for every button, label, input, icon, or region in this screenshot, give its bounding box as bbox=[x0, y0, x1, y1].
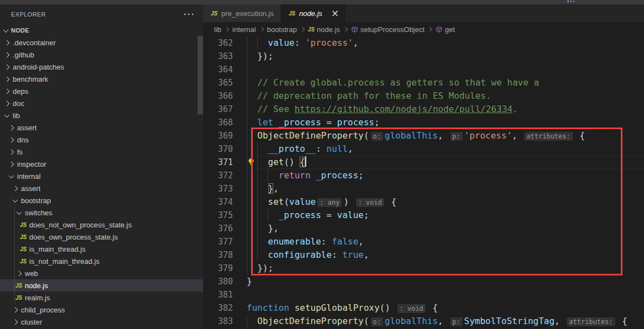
breadcrumb-item-setupProcessObject[interactable]: setupProcessObject bbox=[351, 25, 424, 34]
tree-item-inspector[interactable]: inspector bbox=[0, 158, 203, 170]
code-line[interactable]: let _process = process; bbox=[247, 116, 380, 129]
code-line[interactable]: }, bbox=[247, 182, 279, 195]
code-line[interactable]: }); bbox=[247, 50, 273, 63]
breadcrumb-item-lib[interactable]: lib bbox=[214, 25, 221, 34]
line-number[interactable]: 380 bbox=[203, 275, 233, 288]
tree-item-android-patches[interactable]: android-patches bbox=[0, 61, 203, 73]
file-icon-slot: JS bbox=[19, 222, 29, 228]
breadcrumb-item-internal[interactable]: internal bbox=[232, 25, 256, 34]
inlay-hint: attributes: bbox=[524, 132, 572, 141]
tree-item-benchmark[interactable]: benchmark bbox=[0, 73, 203, 85]
close-icon[interactable]: × bbox=[331, 9, 339, 18]
js-file-icon: JS bbox=[308, 26, 315, 33]
code-line[interactable]: // deprecation path for these in ES Modu… bbox=[247, 89, 491, 103]
code-token: }); bbox=[247, 51, 273, 61]
code-line[interactable]: // Create global.process as getters so t… bbox=[247, 76, 539, 89]
code-line[interactable]: value: 'process', bbox=[247, 36, 358, 50]
code-line[interactable]: // See https://github.com/nodejs/node/pu… bbox=[247, 103, 518, 116]
line-number[interactable]: 370 bbox=[203, 142, 233, 156]
code-line[interactable]: }); bbox=[247, 262, 273, 275]
line-number[interactable]: 367 bbox=[203, 103, 233, 116]
code-line[interactable]: enumerable: false, bbox=[247, 235, 364, 248]
code-line[interactable]: get() { bbox=[247, 156, 306, 169]
line-number[interactable]: 373 bbox=[203, 182, 233, 195]
folder-icon-slot bbox=[11, 308, 21, 312]
code-line[interactable]: ObjectDefineProperty(o:globalThis, p:'pr… bbox=[247, 129, 585, 142]
tree-item-does-not-own-process-state-js[interactable]: JSdoes_not_own_process_state.js bbox=[0, 219, 203, 231]
line-number[interactable]: 379 bbox=[203, 262, 233, 275]
chevron-down-icon bbox=[13, 197, 18, 203]
tree-item-deps[interactable]: deps bbox=[0, 85, 203, 97]
sidebar-scrollbar[interactable] bbox=[198, 36, 203, 114]
more-actions-button[interactable]: ··· bbox=[184, 12, 195, 17]
code-token: { bbox=[617, 316, 627, 326]
tree-item-realm-js[interactable]: JSrealm.js bbox=[0, 291, 203, 304]
line-number[interactable]: 369 bbox=[203, 129, 233, 142]
line-number[interactable]: 365 bbox=[203, 76, 233, 89]
line-number[interactable]: 383 bbox=[203, 315, 233, 328]
tree-item-assert[interactable]: assert bbox=[0, 121, 203, 134]
breadcrumb-item-get[interactable]: get bbox=[435, 25, 455, 34]
tab-node[interactable]: JSnode.js× bbox=[281, 4, 346, 22]
tree-item-is-main-thread-js[interactable]: JSis_main_thread.js bbox=[0, 243, 203, 255]
tree-item-web[interactable]: web bbox=[0, 267, 203, 279]
folder-icon-slot bbox=[11, 320, 21, 324]
code-line[interactable]: _process = value; bbox=[247, 209, 369, 222]
tree-item-label: dns bbox=[17, 136, 29, 144]
code-line[interactable]: configurable: true, bbox=[247, 248, 369, 262]
line-number[interactable]: 371 bbox=[203, 156, 233, 169]
line-number[interactable]: 375 bbox=[203, 209, 233, 222]
line-number[interactable]: 377 bbox=[203, 235, 233, 248]
tree-item-label: does_not_own_process_state.js bbox=[29, 221, 132, 229]
line-number[interactable]: 378 bbox=[203, 248, 233, 262]
tree-item-doc[interactable]: doc bbox=[0, 97, 203, 109]
chevron-right-icon bbox=[17, 270, 22, 276]
code-token: , bbox=[348, 144, 353, 154]
line-number[interactable]: 381 bbox=[203, 288, 233, 301]
section-header-node[interactable]: NODE bbox=[0, 24, 203, 36]
tree-item-does-own-process-state-js[interactable]: JSdoes_own_process_state.js bbox=[0, 231, 203, 243]
tree-item-dns[interactable]: dns bbox=[0, 134, 203, 146]
tree-item-assert[interactable]: assert bbox=[0, 182, 203, 194]
code-action-lightbulb-icon[interactable] bbox=[247, 158, 255, 166]
code-editor[interactable]: 3623633643653663673683693703713723733743… bbox=[203, 36, 644, 329]
tree-item-fs[interactable]: fs bbox=[0, 146, 203, 158]
tree-item-label: is_main_thread.js bbox=[29, 245, 86, 253]
file-icon-slot: JS bbox=[19, 234, 29, 240]
tree-item-lib[interactable]: lib bbox=[0, 109, 203, 121]
code-line[interactable]: function setupGlobalProxy() : void { bbox=[247, 301, 438, 315]
line-number[interactable]: 368 bbox=[203, 116, 233, 129]
tree-item-switches[interactable]: switches bbox=[0, 206, 203, 219]
tree-item-internal[interactable]: internal bbox=[0, 170, 203, 182]
line-number[interactable]: 364 bbox=[203, 63, 233, 76]
line-number[interactable]: 362 bbox=[203, 36, 233, 50]
tree-item-node-js[interactable]: JSnode.js bbox=[0, 279, 203, 291]
code-line[interactable]: ObjectDefineProperty(o:globalThis, p:Sym… bbox=[247, 315, 627, 328]
tree-item--github[interactable]: .github bbox=[0, 49, 203, 61]
code-token: null bbox=[327, 144, 348, 154]
chevron-right-icon bbox=[13, 307, 18, 312]
breadcrumb-item-bootstrap[interactable]: bootstrap bbox=[267, 25, 297, 34]
code-line[interactable]: set(value: any) : void { bbox=[247, 195, 396, 209]
code-line[interactable]: __proto__: null, bbox=[247, 142, 353, 156]
tree-item-cluster[interactable]: cluster bbox=[0, 316, 203, 328]
line-number[interactable]: 374 bbox=[203, 195, 233, 209]
tree-item-is-not-main-thread-js[interactable]: JSis_not_main_thread.js bbox=[0, 255, 203, 267]
code-line[interactable]: } bbox=[247, 275, 252, 288]
line-number[interactable]: 376 bbox=[203, 222, 233, 235]
folder-icon-slot bbox=[3, 89, 13, 93]
code-token: ) bbox=[343, 197, 354, 207]
tree-item-bootstrap[interactable]: bootstrap bbox=[0, 194, 203, 206]
breadcrumb-item-node-js[interactable]: JSnode.js bbox=[308, 25, 340, 34]
file-icon-slot: JS bbox=[15, 295, 25, 301]
tree-item-child-process[interactable]: child_process bbox=[0, 304, 203, 316]
tab-pre-execution[interactable]: JSpre_execution.js bbox=[203, 4, 281, 22]
line-number[interactable]: 382 bbox=[203, 301, 233, 315]
line-number[interactable]: 366 bbox=[203, 89, 233, 103]
tree-item--devcontainer[interactable]: .devcontainer bbox=[0, 36, 203, 49]
code-line[interactable]: return _process; bbox=[247, 169, 364, 182]
code-line[interactable]: }, bbox=[247, 222, 279, 235]
code-token: . bbox=[513, 104, 518, 114]
line-number[interactable]: 372 bbox=[203, 169, 233, 182]
line-number[interactable]: 363 bbox=[203, 50, 233, 63]
